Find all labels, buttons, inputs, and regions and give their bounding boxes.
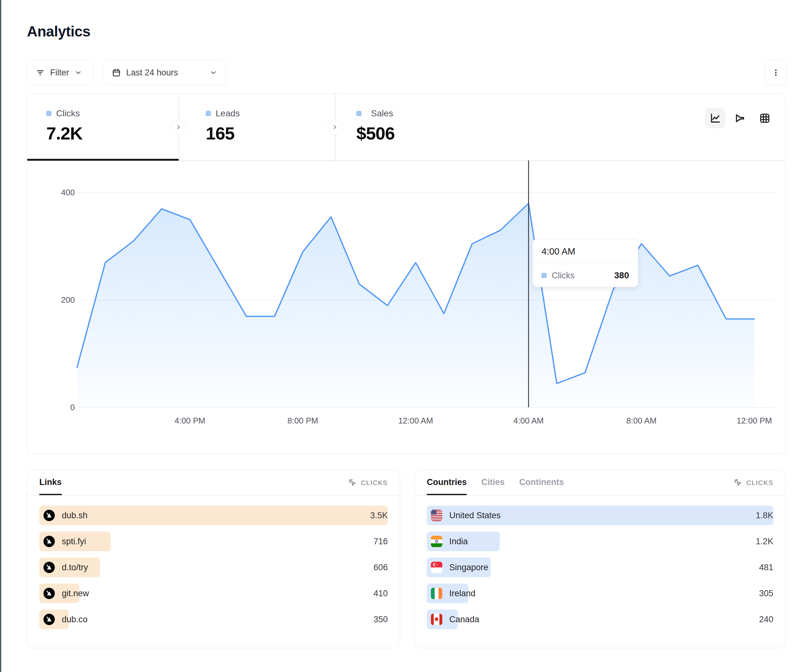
row-label: United States — [449, 511, 501, 520]
date-range-button[interactable]: Last 24 hours — [103, 60, 226, 85]
stat-value: $506 — [357, 123, 395, 143]
stat-label: Clicks — [56, 108, 80, 119]
filter-button[interactable]: Filter — [27, 60, 93, 85]
dub-favicon-icon — [43, 562, 55, 573]
leads-swatch-icon — [206, 111, 211, 116]
stat-value: 7.2K — [46, 123, 82, 143]
list-item[interactable]: git.new410 — [39, 583, 388, 603]
row-label: dub.sh — [62, 511, 87, 520]
tooltip-series-label: Clicks — [552, 271, 575, 281]
analytics-chart-card: Clicks 7.2K Leads 165 Sales $506 — [27, 94, 786, 454]
dub-favicon-icon — [43, 614, 55, 625]
analytics-page: Analytics Filter Last 24 hours Clicks — [0, 0, 812, 672]
x-axis: 4:00 PM8:00 PM12:00 AM4:00 AM8:00 AM12:0… — [77, 416, 774, 428]
dub-favicon-icon — [43, 510, 55, 521]
window-edge-strip — [0, 0, 1, 672]
kebab-vertical-icon — [771, 68, 780, 77]
tab-cities[interactable]: Cities — [481, 470, 505, 495]
list-item[interactable]: India1.2K — [427, 532, 773, 551]
filter-icon — [36, 68, 45, 77]
flag-ca-icon — [431, 614, 442, 625]
list-item[interactable]: Canada240 — [427, 609, 773, 629]
row-value: 3.5K — [370, 511, 388, 520]
tab-continents[interactable]: Continents — [519, 470, 564, 495]
y-tick-label: 0 — [70, 403, 75, 413]
row-label: India — [449, 537, 468, 546]
flag-sg-icon — [431, 562, 442, 573]
tab-links[interactable]: Links — [39, 470, 62, 495]
links-panel: Links CLICKS dub.sh3.5Kspti.fyi716d.to/t… — [27, 470, 400, 648]
table-view-button[interactable] — [755, 108, 774, 128]
list-item[interactable]: Ireland305 — [427, 583, 773, 603]
funnel-icon — [734, 113, 746, 124]
y-tick-label: 400 — [61, 188, 75, 198]
tooltip-series-swatch-icon — [542, 273, 547, 278]
row-label: git.new — [62, 588, 89, 599]
row-value: 305 — [759, 588, 773, 599]
page-title: Analytics — [27, 23, 90, 40]
line-chart-icon — [710, 113, 721, 124]
row-label: Canada — [449, 615, 479, 624]
flag-us-icon — [431, 510, 442, 521]
x-tick-label: 12:00 PM — [737, 416, 772, 426]
row-value: 481 — [759, 563, 773, 573]
tab-leads[interactable]: Leads 165 — [206, 108, 240, 143]
flag-in-icon — [431, 536, 442, 547]
date-range-label: Last 24 hours — [126, 68, 178, 78]
clicks-area-chart[interactable]: 4:00 AM Clicks 380 — [77, 160, 774, 408]
tooltip-time: 4:00 AM — [533, 239, 638, 264]
stat-value: 165 — [206, 123, 240, 143]
stat-label: Sales — [371, 108, 393, 119]
expand-leads-button[interactable] — [328, 120, 342, 135]
chart-tooltip: 4:00 AM Clicks 380 — [532, 239, 638, 287]
countries-panel: Countries Cities Continents CLICKS Unite… — [415, 470, 786, 648]
filter-label: Filter — [50, 68, 69, 78]
row-value: 1.8K — [756, 511, 773, 520]
row-value: 1.2K — [756, 537, 773, 546]
tab-countries[interactable]: Countries — [427, 470, 467, 495]
chevron-right-icon — [331, 124, 338, 131]
chevron-down-icon — [74, 68, 82, 77]
chevron-right-icon — [175, 124, 182, 131]
list-item[interactable]: dub.co350 — [39, 609, 388, 629]
chevron-down-icon — [209, 68, 218, 77]
links-metric-header[interactable]: CLICKS — [348, 470, 388, 495]
list-item[interactable]: d.to/try606 — [39, 558, 388, 577]
row-value: 410 — [374, 588, 388, 599]
clicks-swatch-icon — [46, 111, 51, 116]
table-grid-icon — [759, 113, 771, 124]
row-label: dub.co — [62, 615, 87, 624]
list-item[interactable]: Singapore481 — [427, 558, 773, 577]
tooltip-value: 380 — [614, 270, 629, 281]
row-value: 350 — [374, 615, 388, 624]
countries-metric-header[interactable]: CLICKS — [734, 470, 773, 495]
x-tick-label: 4:00 AM — [513, 416, 543, 426]
chart-view-toggles — [705, 108, 774, 128]
list-item[interactable]: dub.sh3.5K — [39, 506, 388, 525]
y-axis: 4002000 — [55, 160, 75, 408]
line-chart-view-button[interactable] — [705, 108, 725, 128]
y-tick-label: 200 — [61, 295, 75, 305]
cursor-click-icon — [734, 478, 742, 487]
x-tick-label: 8:00 PM — [288, 416, 318, 426]
dub-favicon-icon — [43, 536, 55, 547]
x-tick-label: 8:00 AM — [626, 416, 656, 426]
list-item[interactable]: spti.fyi716 — [39, 532, 388, 551]
funnel-view-button[interactable] — [730, 108, 750, 128]
row-value: 240 — [759, 615, 773, 624]
stat-label: Leads — [216, 108, 240, 119]
cursor-click-icon — [348, 478, 357, 487]
row-value: 606 — [374, 563, 388, 573]
sales-swatch-icon — [357, 111, 362, 116]
expand-clicks-button[interactable] — [171, 120, 186, 135]
calendar-icon — [112, 68, 121, 77]
list-item[interactable]: United States1.8K — [427, 506, 773, 525]
tab-clicks[interactable]: Clicks 7.2K — [46, 108, 82, 143]
row-label: d.to/try — [62, 563, 88, 573]
flag-ie-icon — [431, 588, 442, 599]
x-tick-label: 12:00 AM — [398, 416, 433, 426]
more-menu-button[interactable] — [765, 60, 786, 85]
tab-sales[interactable]: Sales $506 — [357, 108, 395, 143]
row-label: spti.fyi — [62, 537, 86, 546]
row-label: Ireland — [449, 588, 476, 599]
